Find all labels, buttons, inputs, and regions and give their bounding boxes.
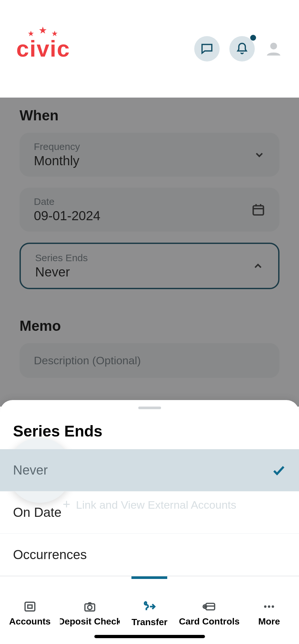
chat-icon	[200, 42, 213, 55]
series-ends-value: Never	[35, 265, 252, 279]
tab-label: Transfer	[131, 617, 168, 627]
date-label: Date	[34, 196, 251, 207]
when-section-title: When	[20, 107, 279, 124]
transfer-form-background: When Frequency Monthly Date 09-01-2024 S…	[0, 98, 299, 407]
tab-label: Card Controls	[179, 616, 239, 627]
sheet-title: Series Ends	[0, 416, 299, 449]
home-indicator[interactable]	[94, 635, 205, 638]
more-icon	[262, 600, 276, 613]
app-header: ★ ★ ★ civic	[0, 0, 299, 98]
accounts-icon	[23, 600, 36, 613]
tab-more[interactable]: More	[239, 576, 299, 644]
transfer-icon	[142, 599, 156, 614]
brand-logo: ★ ★ ★ civic	[16, 36, 70, 62]
series-ends-label: Series Ends	[35, 252, 252, 263]
profile-button[interactable]	[265, 40, 283, 58]
brand-logo-text: ★ ★ ★ civic	[16, 36, 70, 62]
frequency-label: Frequency	[34, 141, 253, 152]
option-label: On Date	[13, 505, 61, 520]
tab-label: Deposit Check	[60, 616, 120, 627]
card-controls-icon	[202, 600, 216, 613]
tab-deposit-check[interactable]: Deposit Check	[60, 576, 120, 644]
calendar-icon	[251, 203, 265, 217]
header-actions	[194, 36, 283, 61]
notification-badge	[250, 35, 256, 41]
frequency-value: Monthly	[34, 154, 253, 168]
profile-icon	[265, 41, 282, 57]
svg-point-15	[268, 605, 270, 608]
svg-rect-1	[253, 206, 264, 215]
bell-icon	[236, 42, 249, 55]
option-never[interactable]: Never + Link and View External Accounts	[0, 449, 299, 491]
messages-button[interactable]	[194, 36, 220, 61]
option-on-date[interactable]: On Date	[0, 491, 299, 534]
bottom-navigation: Accounts Deposit Check Transfer Card Con…	[0, 576, 299, 644]
svg-point-8	[88, 605, 92, 610]
series-ends-dropdown[interactable]: Series Ends Never	[20, 243, 279, 289]
date-picker[interactable]: Date 09-01-2024	[20, 188, 279, 232]
memo-placeholder: Description (Optional)	[34, 354, 141, 367]
option-label: Never	[13, 463, 48, 477]
chevron-down-icon	[253, 149, 265, 161]
notifications-button[interactable]	[229, 36, 255, 61]
tab-transfer[interactable]: Transfer	[120, 576, 180, 644]
brand-logo-stars: ★ ★ ★	[28, 27, 58, 37]
svg-rect-5	[25, 602, 35, 611]
series-ends-sheet: Series Ends Never + Link and View Extern…	[0, 400, 299, 576]
tab-label: More	[258, 616, 280, 627]
svg-point-0	[270, 43, 277, 49]
star-icon: ★	[52, 30, 58, 37]
svg-point-16	[272, 605, 274, 608]
tab-accounts[interactable]: Accounts	[0, 576, 60, 644]
chevron-up-icon	[252, 260, 264, 272]
brand-name: civic	[16, 36, 70, 61]
option-occurrences[interactable]: Occurrences	[0, 534, 299, 576]
date-value: 09-01-2024	[34, 208, 251, 223]
memo-input[interactable]: Description (Optional)	[20, 343, 279, 378]
svg-point-14	[264, 605, 266, 608]
sheet-drag-handle[interactable]	[138, 407, 161, 409]
camera-icon	[83, 600, 96, 613]
svg-rect-6	[28, 605, 32, 608]
check-icon	[272, 463, 286, 477]
frequency-dropdown[interactable]: Frequency Monthly	[20, 133, 279, 177]
tab-label: Accounts	[9, 616, 51, 627]
tab-card-controls[interactable]: Card Controls	[179, 576, 239, 644]
memo-section-title: Memo	[20, 318, 279, 334]
option-label: Occurrences	[13, 547, 87, 562]
star-icon: ★	[39, 25, 47, 35]
star-icon: ★	[28, 30, 34, 37]
